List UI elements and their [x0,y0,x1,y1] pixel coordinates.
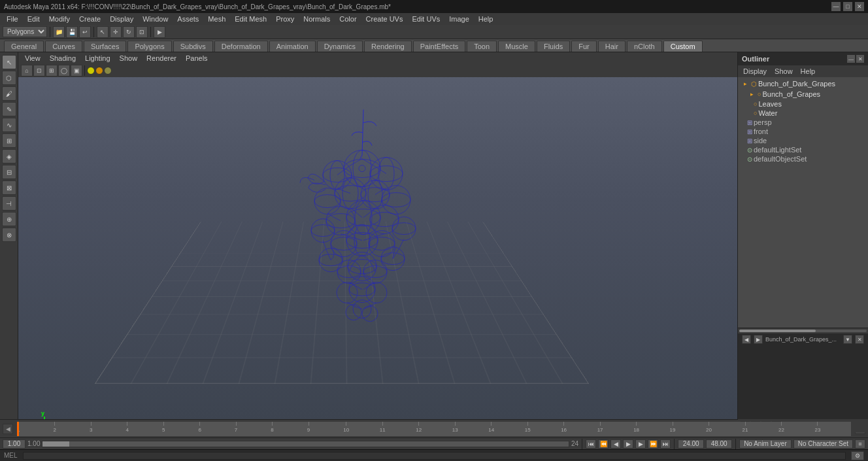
tree-item-front[interactable]: ⊞ front [738,127,868,136]
tab-rendering[interactable]: Rendering [364,41,412,52]
status-icon-btn[interactable]: ⚙ [851,451,864,460]
vp-wireframe-btn[interactable]: ⊞ [46,65,58,77]
mel-input[interactable] [23,452,846,460]
layer-options-btn[interactable]: ≡ [855,439,865,449]
menu-item-help[interactable]: Help [475,14,497,24]
curve-btn[interactable]: ∿ [2,118,16,132]
outliner-minimize-btn[interactable]: — [847,55,855,63]
sub-menu-btn[interactable]: ▼ [843,335,852,344]
subdivide-btn[interactable]: ⊠ [2,180,16,195]
tree-item-bunch-dark-grapes[interactable]: ▸ ⬡ Bunch_of_Dark_Grapes [738,78,868,89]
bevel-btn[interactable]: ◈ [2,149,16,163]
tab-ncloth[interactable]: nCloth [627,41,662,52]
menu-item-file[interactable]: File [3,14,22,24]
menu-item-window[interactable]: Window [139,14,172,24]
viewport-canvas[interactable]: x y z [18,102,737,419]
tab-fur[interactable]: Fur [571,41,597,52]
play-next-btn[interactable]: ⏩ [648,439,658,449]
save-btn[interactable]: 💾 [66,26,78,38]
scale-btn[interactable]: ⊡ [136,26,148,38]
bridge-btn[interactable]: ⊟ [2,165,16,179]
menu-item-image[interactable]: Image [445,14,473,24]
undo-btn[interactable]: ↩ [79,26,91,38]
play-start-btn[interactable]: ⏮ [586,439,596,449]
close-btn[interactable]: ✕ [855,2,864,11]
view-menu[interactable]: View [21,54,44,63]
tree-item-bunch-grapes[interactable]: ▸ ○ Bunch_of_Grapes [738,89,868,99]
play-btn[interactable]: ▶ [623,439,633,449]
outliner-display-menu[interactable]: Display [741,67,769,75]
tab-deformation[interactable]: Deformation [214,41,268,52]
tab-fluids[interactable]: Fluids [537,41,570,52]
tab-dynamics[interactable]: Dynamics [317,41,363,52]
menu-item-assets[interactable]: Assets [173,14,203,24]
menu-item-mesh[interactable]: Mesh [204,14,229,24]
outliner-help-menu[interactable]: Help [798,67,818,75]
tab-muscle[interactable]: Muscle [498,41,535,52]
tab-surfaces[interactable]: Surfaces [84,41,126,52]
show-menu[interactable]: Show [116,54,142,63]
timeline-ruler[interactable]: 123456789101112131415161718192021222324 [17,422,851,436]
lighting-menu[interactable]: Lighting [81,54,114,63]
renderer-menu[interactable]: Renderer [142,54,180,63]
timeline-left-btn[interactable]: ◀ [3,424,13,434]
open-btn[interactable]: 📁 [53,26,65,38]
char-layer-select[interactable]: No Character Set [793,439,853,449]
vp-smooth-btn[interactable]: ◯ [58,65,70,77]
menu-item-display[interactable]: Display [106,14,137,24]
tab-subdivs[interactable]: Subdivs [173,41,213,52]
sub-prev-btn[interactable]: ◀ [742,335,751,344]
menu-item-create[interactable]: Create [75,14,105,24]
sculpt-btn[interactable]: ✎ [2,102,16,116]
anim-layer-select[interactable]: No Anim Layer [739,439,792,449]
menu-item-modify[interactable]: Modify [45,14,74,24]
paint-btn[interactable]: 🖌 [2,86,16,101]
menu-item-normals[interactable]: Normals [299,14,334,24]
combine-btn[interactable]: ⊕ [2,212,16,226]
tree-item-water[interactable]: ○ Water [738,109,868,118]
tree-item-leaves[interactable]: ○ Leaves [738,99,868,109]
select-btn[interactable]: ↖ [97,26,108,38]
vp-light2-btn[interactable] [95,67,103,75]
tree-item-side[interactable]: ⊞ side [738,136,868,145]
frame-end-input[interactable] [678,439,704,449]
sub-next-btn[interactable]: ▶ [754,335,763,344]
tab-curves[interactable]: Curves [45,41,82,52]
snap-btn[interactable]: ⊗ [2,228,16,242]
shading-menu[interactable]: Shading [46,54,80,63]
play-prev-frame-btn[interactable]: ◀ [610,439,621,449]
play-next-frame-btn[interactable]: ▶ [635,439,646,449]
tree-item-persp[interactable]: ⊞ persp [738,118,868,127]
panels-menu[interactable]: Panels [182,54,212,63]
move-btn[interactable]: ✛ [110,26,122,38]
tab-animation[interactable]: Animation [269,41,316,52]
menu-item-color[interactable]: Color [335,14,360,24]
render-btn[interactable]: ▶ [154,26,165,38]
tab-hair[interactable]: Hair [598,41,626,52]
extrude-btn[interactable]: ⊞ [2,133,16,148]
tree-item-default-light-set[interactable]: ⊙ defaultLightSet [738,145,868,154]
vp-frame-btn[interactable]: ⊡ [33,65,45,77]
tab-polygons[interactable]: Polygons [127,41,171,52]
tab-general[interactable]: General [4,41,44,52]
vp-texture-btn[interactable]: ▣ [71,65,82,77]
menu-item-edit mesh[interactable]: Edit Mesh [231,14,271,24]
menu-item-edit[interactable]: Edit [24,14,44,24]
select-tool-btn[interactable]: ↖ [2,55,16,69]
menu-item-create uvs[interactable]: Create UVs [362,14,407,24]
tab-custom[interactable]: Custom [663,41,703,52]
frame-scrubber[interactable] [42,441,569,447]
outliner-close-btn[interactable]: ✕ [856,55,864,63]
menu-item-proxy[interactable]: Proxy [272,14,298,24]
mode-select[interactable]: Polygons [3,26,47,37]
sub-close-btn[interactable]: ✕ [855,335,864,344]
vp-light1-btn[interactable] [87,67,95,75]
play-prev-btn[interactable]: ⏪ [598,439,609,449]
menu-item-edit uvs[interactable]: Edit UVs [408,14,444,24]
timeline-playhead[interactable] [17,422,19,436]
lasso-tool-btn[interactable]: ⬡ [2,71,16,85]
outliner-show-menu[interactable]: Show [772,67,795,75]
tab-toon[interactable]: Toon [467,41,497,52]
minimize-btn[interactable]: — [831,2,841,11]
vp-light3-btn[interactable] [104,67,112,75]
